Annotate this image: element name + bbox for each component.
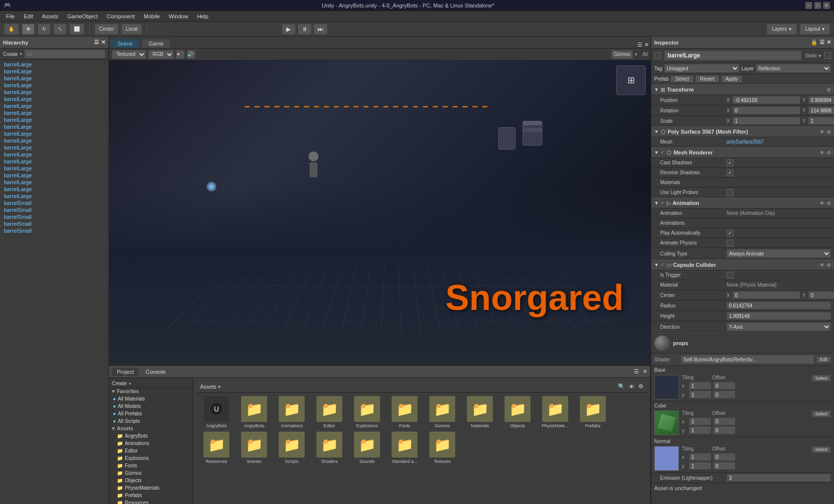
prefab-revert-btn[interactable]: Revert	[695, 75, 719, 83]
inspector-lock-icon[interactable]: 🔒	[811, 39, 818, 46]
cube-texture-preview[interactable]	[654, 410, 679, 435]
create-label[interactable]: Create	[3, 51, 18, 57]
hierarchy-item[interactable]: barrelLarge	[0, 172, 108, 179]
hierarchy-item[interactable]: barrelLarge	[0, 61, 108, 68]
hierarchy-close-icon[interactable]: ✕	[101, 39, 105, 46]
shader-edit-btn[interactable]: Edit	[816, 356, 831, 363]
layer-select[interactable]: Reflection	[756, 64, 831, 73]
minimize-button[interactable]: ─	[805, 2, 812, 9]
radius-input[interactable]	[727, 302, 831, 309]
color-mode-select[interactable]: RGB	[148, 50, 174, 59]
hierarchy-item[interactable]: barrelLarge	[0, 144, 108, 151]
prefab-select-btn[interactable]: Select	[671, 75, 693, 83]
asset-materials[interactable]: 📁 Materials	[463, 396, 497, 428]
menu-help[interactable]: Help	[193, 12, 212, 20]
tree-animations[interactable]: 📁 Animations	[109, 440, 193, 447]
base-texture-preview[interactable]	[654, 375, 679, 400]
base-tiling-x-input[interactable]	[689, 382, 711, 390]
favorites-section[interactable]: ▼ Favorites	[109, 388, 193, 395]
transform-component-header[interactable]: ▼ ⊞ Transform ⚙	[651, 84, 834, 95]
hierarchy-item[interactable]: barrelSmall	[0, 213, 108, 220]
hierarchy-item[interactable]: barrelSmall	[0, 206, 108, 213]
asset-angrybots-folder[interactable]: 📁 AngryBots	[237, 396, 271, 428]
create-assets-btn[interactable]: Create	[112, 381, 127, 386]
tree-all-models[interactable]: ● All Models	[109, 403, 193, 410]
scene-menu-icon[interactable]: ☰	[637, 42, 642, 48]
tab-console[interactable]: Console	[141, 368, 170, 376]
cast-shadows-checkbox[interactable]	[727, 159, 733, 166]
hierarchy-item[interactable]: barrelSmall	[0, 227, 108, 234]
object-active-checkbox[interactable]	[654, 52, 661, 59]
hierarchy-item[interactable]: barrelLarge	[0, 82, 108, 89]
is-trigger-checkbox[interactable]	[727, 272, 733, 279]
hierarchy-item[interactable]: barrelLarge	[0, 96, 108, 102]
tree-all-scripts[interactable]: ● All Scripts	[109, 417, 193, 425]
animation-settings-icon[interactable]: ⚙	[827, 201, 831, 206]
pos-y-input[interactable]	[808, 96, 834, 104]
center-button[interactable]: Center	[95, 24, 118, 35]
cube-select-btn[interactable]: Select	[812, 410, 831, 417]
capsule-collider-eye-icon[interactable]: 👁	[820, 262, 825, 268]
scale-tool[interactable]: ⤡	[53, 24, 66, 35]
tree-all-prefabs[interactable]: ● All Prefabs	[109, 410, 193, 417]
capsule-collider-settings-icon[interactable]: ⚙	[827, 262, 831, 268]
rect-tool[interactable]: ⬜	[69, 24, 84, 35]
cube-offset-y-input[interactable]	[713, 426, 735, 434]
tab-scene[interactable]: Scene	[110, 39, 140, 48]
hierarchy-item[interactable]: barrelLarge	[0, 130, 108, 137]
asset-explosions[interactable]: 📁 Explosions	[350, 396, 384, 428]
asset-animations[interactable]: 📁 Animations	[274, 396, 309, 428]
play-button[interactable]: ▶	[282, 24, 296, 35]
capsule-collider-header[interactable]: ▼ ✓ ⬭ Capsule Collider 👁 ⚙	[651, 259, 834, 270]
scale-x-input[interactable]	[732, 117, 800, 125]
animation-eye-icon[interactable]: 👁	[820, 201, 825, 206]
normal-tiling-y-input[interactable]	[689, 462, 711, 470]
layout-button[interactable]: Layout▾	[800, 24, 830, 35]
cube-tiling-x-input[interactable]	[689, 417, 711, 425]
display-mode-select[interactable]: Textured	[112, 50, 146, 59]
tab-project[interactable]: Project	[112, 368, 139, 376]
tree-prefabs[interactable]: 📁 Prefabs	[109, 492, 193, 499]
base-offset-y-input[interactable]	[713, 391, 735, 399]
hierarchy-item[interactable]: barrelLarge	[0, 116, 108, 123]
tree-fonts[interactable]: 📁 Fonts	[109, 462, 193, 469]
height-input[interactable]	[727, 312, 831, 320]
assets-section[interactable]: ▼ Assets	[109, 425, 193, 432]
nav-cube[interactable]: ⊞	[616, 65, 646, 95]
hierarchy-item[interactable]: barrelLarge	[0, 89, 108, 96]
tree-explosions[interactable]: 📁 Explosions	[109, 454, 193, 462]
mesh-filter-eye-icon[interactable]: 👁	[820, 129, 825, 135]
project-menu-icon[interactable]: ☰	[634, 368, 639, 375]
center-y-input[interactable]	[808, 291, 834, 299]
direction-select[interactable]: Y-Axis	[727, 322, 831, 331]
scene-close-icon[interactable]: ✕	[644, 42, 649, 48]
asset-editor[interactable]: 📁 Editor	[312, 396, 347, 428]
asset-resources[interactable]: 📁 Resources	[199, 431, 234, 464]
menu-mobile[interactable]: Mobile	[140, 12, 163, 20]
shader-input[interactable]	[681, 355, 814, 364]
menu-window[interactable]: Window	[165, 12, 192, 20]
normal-offset-y-input[interactable]	[713, 462, 735, 470]
object-name-field[interactable]	[664, 50, 802, 60]
scene-fx-button[interactable]: ✦	[176, 50, 185, 59]
normal-select-btn[interactable]: Select	[812, 446, 831, 453]
hierarchy-item[interactable]: barrelLarge	[0, 193, 108, 200]
rotate-tool[interactable]: ↻	[38, 24, 51, 35]
assets-settings-icon[interactable]: ⚙	[638, 383, 643, 390]
hand-tool[interactable]: ✋	[4, 24, 19, 35]
asset-standard[interactable]: 📁 Standard a...	[387, 431, 422, 464]
rot-y-input[interactable]	[808, 106, 834, 114]
prefab-apply-btn[interactable]: Apply	[721, 75, 742, 83]
mesh-filter-header[interactable]: ▼ ⬡ Poly Surface 3567 (Mesh Filter) 👁 ⚙	[651, 126, 834, 137]
pause-button[interactable]: ⏸	[298, 24, 312, 35]
local-button[interactable]: Local	[121, 24, 142, 35]
tree-gizmos[interactable]: 📁 Gizmos	[109, 469, 193, 477]
menu-component[interactable]: Component	[103, 12, 139, 20]
asset-prefabs[interactable]: 📁 Prefabs	[575, 396, 610, 428]
tree-physicmaterials[interactable]: 📁 PhysicMaterials	[109, 484, 193, 492]
transform-settings-icon[interactable]: ⚙	[827, 87, 831, 93]
hierarchy-item[interactable]: barrelLarge	[0, 179, 108, 186]
move-tool[interactable]: ✥	[22, 24, 35, 35]
hierarchy-item[interactable]: barrelLarge	[0, 158, 108, 165]
asset-objects[interactable]: 📁 Objects	[500, 396, 535, 428]
